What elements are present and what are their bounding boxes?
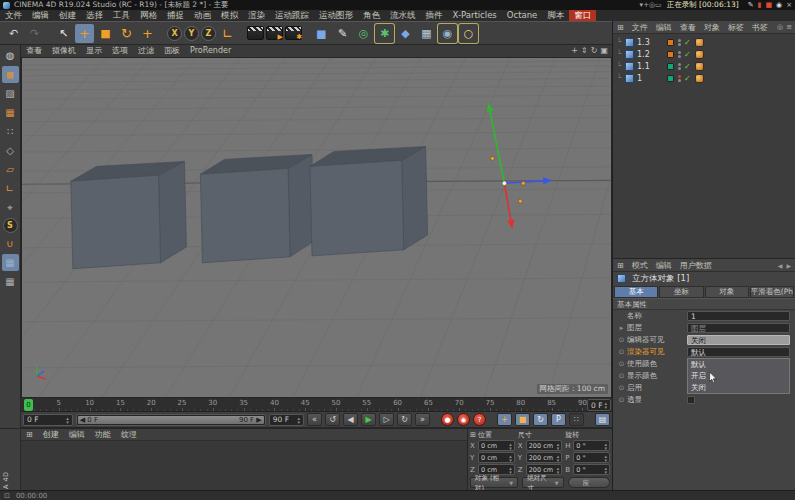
timeline-playhead[interactable]: 0 bbox=[24, 399, 33, 411]
record-keyframe-button[interactable]: ● bbox=[441, 413, 454, 426]
points-mode-icon[interactable]: ∷ bbox=[2, 123, 19, 140]
x-axis-arrow-head[interactable] bbox=[543, 177, 552, 184]
apply-button[interactable]: 应用 bbox=[568, 477, 610, 488]
renderer-visibility-dot[interactable] bbox=[678, 43, 681, 46]
keyframe-circle-icon[interactable]: ⊙ bbox=[616, 348, 627, 356]
previous-frame-button[interactable]: ◀ bbox=[343, 413, 358, 426]
menu-item-1[interactable]: 编辑 bbox=[27, 10, 54, 21]
coord-field-X[interactable]: 0 cm▴▾ bbox=[478, 440, 515, 451]
pause-icon[interactable]: ▮ bbox=[758, 1, 762, 9]
pen-icon[interactable]: ✎ bbox=[748, 1, 754, 9]
menu-item-0[interactable]: 文件 bbox=[0, 10, 27, 21]
visibility-dots[interactable] bbox=[678, 75, 681, 82]
workplane-lock-icon[interactable]: ▦ bbox=[2, 254, 19, 271]
dropdown-option[interactable]: 关闭 bbox=[687, 382, 790, 394]
history-back-icon[interactable]: ◀ bbox=[778, 259, 783, 272]
menu-item-5[interactable]: 网格 bbox=[135, 10, 162, 21]
visibility-dots[interactable] bbox=[678, 51, 681, 58]
menu-item-4[interactable]: 工具 bbox=[108, 10, 135, 21]
rotate-tool-icon[interactable]: ↻ bbox=[117, 24, 136, 43]
record-position-button[interactable]: + bbox=[497, 413, 512, 426]
add-deformer-icon[interactable]: ◆ bbox=[396, 24, 415, 43]
editor-visibility-dot[interactable] bbox=[678, 39, 681, 42]
tab-3[interactable]: 平滑着色(Phong) bbox=[750, 286, 794, 298]
y-axis-arrow-head[interactable] bbox=[487, 103, 494, 112]
coord-field-H[interactable]: 0 °▴▾ bbox=[573, 440, 610, 451]
layer-color-swatch[interactable] bbox=[667, 63, 674, 70]
viewport-menu-item-4[interactable]: 过滤 bbox=[133, 45, 159, 57]
attribute-menu-item-0[interactable]: 模式 bbox=[628, 259, 652, 272]
material-menu-item-0[interactable]: 创建 bbox=[38, 429, 64, 441]
renderer-visibility-dot[interactable] bbox=[678, 55, 681, 58]
keyframe-circle-icon[interactable]: ⊙ bbox=[616, 396, 627, 404]
keyframe-circle-icon[interactable]: ⊙ bbox=[616, 336, 627, 344]
menu-item-17[interactable]: 脚本 bbox=[542, 10, 569, 21]
menu-item-11[interactable]: 运动图形 bbox=[314, 10, 358, 21]
render-picture-viewer-icon[interactable]: ▶ bbox=[266, 26, 283, 40]
viewport-menu-item-2[interactable]: 显示 bbox=[81, 45, 107, 57]
renderer-visibility-dot[interactable] bbox=[678, 79, 681, 82]
autokeying-button[interactable]: ◉ bbox=[457, 413, 470, 426]
snap-magnet-icon[interactable]: ∪ bbox=[2, 235, 19, 252]
keyframe-presets-button[interactable]: ▤ bbox=[595, 413, 610, 426]
snap-grid-icon[interactable]: ▦ bbox=[2, 273, 19, 290]
attribute-burger-icon[interactable]: ⊞ bbox=[613, 259, 628, 272]
enabled-check-icon[interactable]: ✓ bbox=[684, 50, 691, 59]
coordinate-system-icon[interactable]: ∟ bbox=[218, 24, 237, 43]
add-generator-icon[interactable]: ✱ bbox=[375, 24, 394, 43]
enabled-check-icon[interactable]: ✓ bbox=[684, 38, 691, 47]
last-tool-icon[interactable]: + bbox=[138, 24, 157, 43]
cube-object-1[interactable] bbox=[71, 161, 187, 268]
attribute-value[interactable]: 默认 bbox=[687, 347, 790, 357]
coord-field-B[interactable]: 0 °▴▾ bbox=[573, 464, 610, 475]
viewport-menu-item-0[interactable]: 查看 bbox=[21, 45, 47, 57]
menu-item-9[interactable]: 渲染 bbox=[243, 10, 270, 21]
viewport-menu-item-6[interactable]: ProRender bbox=[185, 45, 236, 57]
viewport-menu-item-5[interactable]: 面板 bbox=[159, 45, 185, 57]
visibility-dots[interactable] bbox=[678, 39, 681, 46]
phong-tag-icon[interactable] bbox=[695, 38, 704, 47]
timeline-grip[interactable] bbox=[0, 398, 21, 428]
object-menu-item-5[interactable]: 书签 bbox=[748, 21, 772, 34]
enabled-check-icon[interactable]: ✓ bbox=[684, 62, 691, 71]
cube-object-3[interactable] bbox=[310, 146, 428, 255]
edges-mode-icon[interactable]: ◇ bbox=[2, 142, 19, 159]
coord-field-P[interactable]: 0 °▴▾ bbox=[573, 452, 610, 463]
viewport-move-icon[interactable]: + bbox=[571, 45, 578, 57]
menu-item-8[interactable]: 模拟 bbox=[216, 10, 243, 21]
viewport-menu-item-1[interactable]: 摄像机 bbox=[47, 45, 81, 57]
goto-end-button[interactable]: » bbox=[415, 413, 430, 426]
panel-menu-icon[interactable]: ≡ bbox=[786, 21, 792, 34]
object-menu-item-1[interactable]: 编辑 bbox=[652, 21, 676, 34]
redo-icon[interactable]: ↷ bbox=[25, 24, 44, 43]
tab-2[interactable]: 对象 bbox=[705, 286, 749, 298]
add-cube-icon[interactable]: ◼ bbox=[312, 24, 331, 43]
move-tool-icon[interactable]: + bbox=[75, 24, 94, 43]
keyframe-circle-icon[interactable]: ⊙ bbox=[616, 360, 627, 368]
texture-mode-icon[interactable]: ▨ bbox=[2, 85, 19, 102]
current-frame-field[interactable]: 0 F▴▾ bbox=[587, 399, 611, 411]
lock-x-axis-icon[interactable]: X bbox=[167, 26, 182, 41]
tweak-mode-icon[interactable]: ⌖ bbox=[2, 199, 19, 216]
history-forward-icon[interactable]: ▶ bbox=[786, 259, 791, 272]
lock-z-axis-icon[interactable]: Z bbox=[201, 26, 216, 41]
object-menu-item-3[interactable]: 对象 bbox=[700, 21, 724, 34]
viewport-zoom-icon[interactable]: ⇕ bbox=[581, 45, 588, 57]
gizmo-handle-dot[interactable] bbox=[521, 181, 525, 185]
viewport-maximize-icon[interactable]: ▣ bbox=[600, 45, 608, 57]
viewport-menu-item-3[interactable]: 选项 bbox=[107, 45, 133, 57]
record-scale-button[interactable]: ■ bbox=[515, 413, 530, 426]
menu-item-7[interactable]: 动画 bbox=[189, 10, 216, 21]
add-light-icon[interactable]: ○ bbox=[459, 24, 478, 43]
visibility-dots[interactable] bbox=[678, 63, 681, 70]
menu-item-13[interactable]: 流水线 bbox=[385, 10, 421, 21]
gizmo-handle-dot[interactable] bbox=[518, 199, 522, 203]
phong-tag-icon[interactable] bbox=[695, 74, 704, 83]
dropdown-option[interactable]: 默认 bbox=[687, 358, 790, 370]
play-backwards-button[interactable]: ↺ bbox=[325, 413, 340, 426]
y-axis-arrow[interactable] bbox=[490, 112, 504, 184]
menu-item-15[interactable]: X-Particles bbox=[448, 10, 502, 21]
menu-item-14[interactable]: 插件 bbox=[421, 10, 448, 21]
search-icon[interactable]: ◎ bbox=[777, 21, 783, 34]
keyframe-help-button[interactable]: ? bbox=[473, 413, 486, 426]
